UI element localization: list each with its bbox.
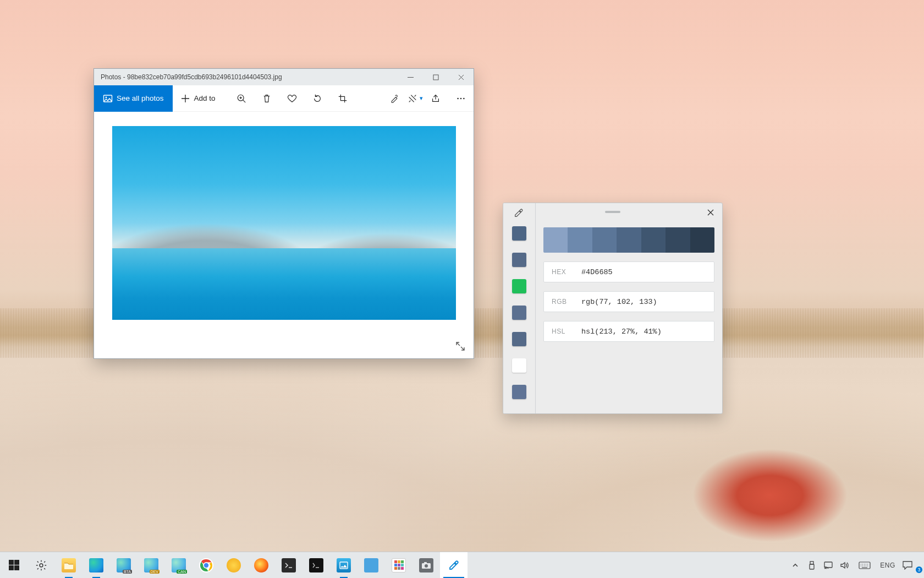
shade-swatch[interactable] — [641, 227, 666, 253]
svg-rect-15 — [810, 561, 813, 564]
shade-bar[interactable] — [543, 227, 714, 253]
taskbar-edge-dev[interactable]: DEV — [138, 552, 165, 578]
svg-point-2 — [106, 96, 107, 98]
add-to-label: Add to — [194, 94, 216, 102]
minimize-button[interactable] — [398, 69, 423, 85]
hex-row[interactable]: HEX #4D6685 — [543, 261, 714, 282]
tray-action-center[interactable]: 3 — [900, 552, 915, 579]
svg-point-6 — [463, 97, 465, 99]
notification-badge: 3 — [916, 566, 922, 573]
terminal-icon — [282, 558, 296, 572]
photos-toolbar: See all photos Add to — [94, 85, 474, 112]
share-button[interactable] — [423, 85, 448, 112]
shade-swatch[interactable] — [592, 227, 617, 253]
edge-beta-icon: BTA — [117, 558, 131, 572]
edge-icon — [89, 558, 103, 572]
photos-icon — [337, 558, 351, 572]
shade-swatch[interactable] — [690, 227, 714, 253]
taskbar: BTA DEV CAN — [0, 552, 924, 578]
photo-viewport[interactable] — [94, 112, 474, 358]
hex-label: HEX — [552, 268, 581, 276]
chevron-up-icon — [792, 562, 799, 569]
chrome-icon — [199, 558, 213, 572]
folder-icon — [62, 558, 76, 572]
svg-rect-11 — [340, 562, 348, 569]
shade-swatch[interactable] — [568, 227, 592, 253]
shade-swatch[interactable] — [617, 227, 641, 253]
taskbar-camera[interactable] — [413, 552, 440, 578]
edge-canary-icon: CAN — [172, 558, 186, 572]
svg-point-7 — [40, 564, 43, 567]
maximize-button[interactable] — [423, 69, 448, 85]
svg-rect-13 — [424, 562, 427, 564]
gear-icon — [35, 559, 47, 571]
zoom-button[interactable] — [229, 85, 254, 112]
picker-close-button[interactable] — [702, 205, 719, 220]
hsl-label: HSL — [552, 328, 581, 335]
favorite-button[interactable] — [279, 85, 305, 112]
taskbar-chrome[interactable] — [193, 552, 220, 578]
edit-menu-button[interactable]: ▾ — [390, 85, 423, 112]
history-swatch[interactable] — [512, 332, 526, 346]
system-tray: ENG 3 — [788, 552, 924, 578]
crop-button[interactable] — [330, 85, 355, 112]
tray-cast-icon[interactable] — [821, 552, 836, 579]
taskbar-settings[interactable] — [28, 552, 55, 578]
hsl-row[interactable]: HSL hsl(213, 27%, 41%) — [543, 321, 714, 342]
rotate-button[interactable] — [305, 85, 330, 112]
picker-titlebar[interactable] — [503, 203, 722, 222]
shade-swatch[interactable] — [543, 227, 568, 253]
taskbar-file-explorer[interactable] — [55, 552, 82, 578]
delete-button[interactable] — [254, 85, 279, 112]
windows-logo-icon — [9, 560, 19, 570]
taskbar-photos[interactable] — [330, 552, 358, 578]
history-swatch[interactable] — [512, 358, 526, 373]
tray-keyboard-icon[interactable] — [854, 552, 876, 579]
rgb-row[interactable]: RGB rgb(77, 102, 133) — [543, 291, 714, 312]
taskbar-firefox[interactable] — [248, 552, 275, 578]
powertoys-icon — [392, 558, 406, 572]
color-picker-window: HEX #4D6685 RGB rgb(77, 102, 133) HSL hs… — [503, 203, 723, 414]
hsl-value: hsl(213, 27%, 41%) — [581, 328, 662, 336]
taskbar-edge[interactable] — [82, 552, 110, 578]
taskbar-empty[interactable] — [468, 552, 788, 578]
taskbar-color-picker[interactable] — [440, 552, 468, 578]
fullscreen-icon[interactable] — [455, 341, 466, 352]
history-swatch[interactable] — [512, 279, 526, 293]
drag-handle-icon[interactable] — [605, 211, 620, 213]
photos-title: Photos - 98be832ceb70a99fd5cdb693b249610… — [101, 73, 282, 81]
add-to-button[interactable]: Add to — [173, 85, 223, 112]
shade-swatch[interactable] — [666, 227, 690, 253]
svg-rect-0 — [433, 75, 438, 80]
taskbar-cmd[interactable] — [302, 552, 330, 578]
see-all-photos-button[interactable]: See all photos — [94, 85, 173, 112]
taskbar-terminal[interactable] — [275, 552, 302, 578]
taskbar-chrome-canary[interactable] — [220, 552, 248, 578]
history-swatch[interactable] — [512, 253, 526, 267]
chrome-canary-icon — [227, 558, 241, 572]
history-swatch[interactable] — [512, 385, 526, 399]
photos-titlebar[interactable]: Photos - 98be832ceb70a99fd5cdb693b249610… — [94, 69, 474, 85]
taskbar-edge-canary[interactable]: CAN — [165, 552, 193, 578]
tray-volume-icon[interactable] — [837, 552, 853, 579]
tray-overflow-button[interactable] — [788, 552, 803, 579]
taskbar-edge-beta[interactable]: BTA — [110, 552, 138, 578]
close-button[interactable] — [448, 69, 474, 85]
photo-image — [112, 126, 456, 320]
svg-rect-16 — [810, 564, 814, 569]
taskbar-powertoys[interactable] — [385, 552, 413, 578]
color-history — [503, 203, 535, 413]
eyedropper-button[interactable] — [511, 207, 526, 219]
more-button[interactable] — [448, 85, 474, 112]
history-swatch[interactable] — [512, 306, 526, 320]
tray-usb-icon[interactable] — [804, 552, 820, 579]
history-swatch[interactable] — [512, 226, 526, 241]
rgb-value: rgb(77, 102, 133) — [581, 298, 657, 306]
svg-point-14 — [425, 564, 428, 568]
cmd-icon — [309, 558, 323, 572]
tray-language[interactable]: ENG — [877, 552, 899, 579]
taskbar-app-1[interactable] — [358, 552, 385, 578]
see-all-label: See all photos — [117, 94, 164, 102]
start-button[interactable] — [0, 552, 28, 578]
firefox-icon — [254, 558, 268, 572]
